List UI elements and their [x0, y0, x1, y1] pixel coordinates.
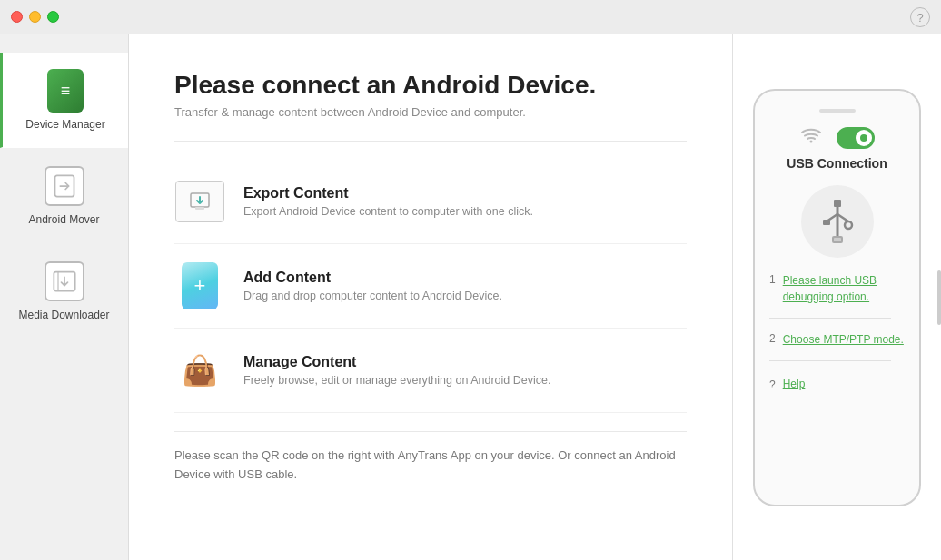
- svg-rect-14: [834, 238, 841, 241]
- device-manager-icon-wrap: [44, 69, 87, 113]
- steps-list: 1 Please launch USB debugging option. 2 …: [769, 272, 905, 391]
- android-mover-icon-wrap: [43, 164, 86, 208]
- step-1-num: 1: [769, 273, 776, 286]
- add-icon-wrap: [174, 260, 225, 311]
- manage-desc: Freely browse, edit or manage everything…: [243, 374, 687, 387]
- manage-text: Manage Content Freely browse, edit or ma…: [243, 354, 687, 387]
- main-subtitle: Transfer & manage content between Androi…: [174, 105, 687, 119]
- mover-svg: [52, 173, 77, 199]
- main-content: Please connect an Android Device. Transf…: [129, 34, 732, 560]
- usb-toggle-knob: [856, 130, 872, 146]
- sidebar-label-device-manager: Device Manager: [25, 118, 104, 131]
- add-desc: Drag and drop computer content to Androi…: [243, 290, 687, 302]
- sidebar: Device Manager Android Mover: [0, 34, 129, 560]
- export-text: Export Content Export Android Device con…: [243, 185, 687, 218]
- svg-rect-6: [834, 200, 841, 207]
- feature-add-content[interactable]: Add Content Drag and drop computer conte…: [174, 244, 687, 329]
- manage-icon: 👜: [182, 353, 218, 388]
- media-downloader-icon: [45, 261, 84, 301]
- phone-speaker: [819, 109, 856, 113]
- add-text: Add Content Drag and drop computer conte…: [243, 270, 687, 302]
- sidebar-label-media-downloader: Media Downloader: [18, 309, 109, 321]
- close-button[interactable]: [11, 11, 23, 23]
- sidebar-item-android-mover[interactable]: Android Mover: [0, 148, 128, 243]
- step-2-num: 2: [769, 332, 776, 345]
- svg-point-11: [845, 221, 852, 229]
- connection-title: USB Connection: [787, 156, 887, 171]
- usb-tab-toggle[interactable]: [837, 127, 875, 149]
- main-title: Please connect an Android Device.: [174, 71, 687, 100]
- device-manager-icon: [47, 69, 84, 113]
- feature-manage-content[interactable]: 👜 Manage Content Freely browse, edit or …: [174, 329, 687, 413]
- svg-line-10: [837, 214, 848, 221]
- downloader-svg: [52, 269, 77, 294]
- export-desc: Export Android Device content to compute…: [243, 205, 687, 218]
- sidebar-item-device-manager[interactable]: Device Manager: [0, 53, 128, 148]
- step-sep-1: [769, 318, 891, 319]
- export-title: Export Content: [243, 185, 687, 201]
- qr-section: Please scan the QR code on the right wit…: [174, 431, 687, 485]
- add-content-icon: [182, 262, 218, 309]
- manage-title: Manage Content: [243, 354, 687, 370]
- manage-icon-wrap: 👜: [174, 345, 225, 396]
- add-title: Add Content: [243, 270, 687, 286]
- minimize-button[interactable]: [29, 11, 41, 23]
- svg-rect-4: [195, 207, 204, 210]
- step-1-link[interactable]: Please launch USB debugging option.: [783, 272, 905, 305]
- help-circle-button[interactable]: ?: [910, 7, 930, 27]
- media-downloader-icon-wrap: [43, 260, 86, 303]
- usb-toggle-dot: [860, 134, 867, 142]
- export-icon-box: [175, 181, 224, 222]
- sidebar-label-android-mover: Android Mover: [28, 213, 99, 226]
- phone-mockup: USB Connection: [753, 89, 921, 506]
- export-svg-icon: [189, 191, 211, 212]
- connection-tabs: [800, 127, 875, 149]
- app-body: Device Manager Android Mover: [0, 34, 941, 560]
- step-1: 1 Please launch USB debugging option.: [769, 272, 905, 305]
- android-mover-icon: [45, 166, 84, 206]
- step-2: 2 Choose MTP/PTP mode.: [769, 331, 905, 348]
- step-sep-2: [769, 360, 891, 361]
- step-2-link[interactable]: Choose MTP/PTP mode.: [783, 331, 904, 348]
- step-help-num: ?: [769, 378, 776, 391]
- svg-rect-9: [823, 220, 830, 225]
- svg-point-5: [809, 141, 812, 143]
- usb-icon-circle: [801, 185, 874, 258]
- traffic-lights: [11, 11, 59, 23]
- scroll-handle[interactable]: [937, 270, 941, 325]
- right-panel: USB Connection: [732, 34, 941, 560]
- export-icon-wrap: [174, 176, 225, 227]
- sidebar-item-media-downloader[interactable]: Media Downloader: [0, 243, 128, 339]
- usb-svg-icon: [817, 198, 857, 245]
- title-bar: ?: [0, 0, 941, 34]
- step-help: ? Help: [769, 378, 905, 391]
- wifi-svg: [800, 127, 822, 143]
- wifi-tab-icon[interactable]: [800, 127, 822, 148]
- top-divider: [174, 141, 687, 142]
- feature-list: Export Content Export Android Device con…: [174, 160, 687, 413]
- qr-text: Please scan the QR code on the right wit…: [174, 447, 687, 485]
- help-link[interactable]: Help: [783, 378, 806, 390]
- feature-export-content[interactable]: Export Content Export Android Device con…: [174, 160, 687, 244]
- maximize-button[interactable]: [47, 11, 59, 23]
